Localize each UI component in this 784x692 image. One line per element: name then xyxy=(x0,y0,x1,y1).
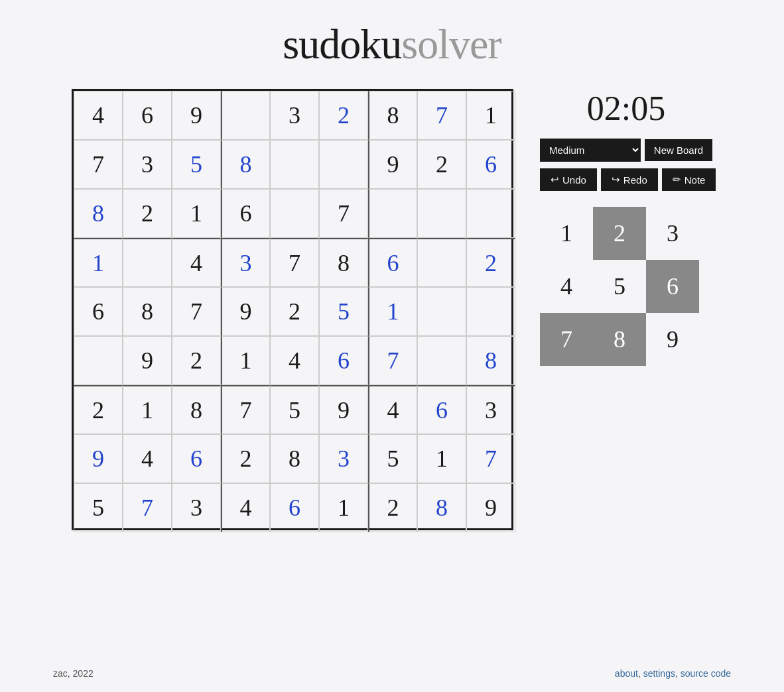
cell-r5-c6[interactable]: 7 xyxy=(368,336,417,385)
cell-r8-c8[interactable]: 9 xyxy=(466,483,515,532)
cell-r0-c3[interactable] xyxy=(221,91,270,140)
numpad-cell-4[interactable]: 4 xyxy=(540,260,593,313)
cell-r3-c5[interactable]: 8 xyxy=(319,238,368,287)
numpad-cell-2[interactable]: 2 xyxy=(593,207,646,260)
numpad-cell-3[interactable]: 3 xyxy=(646,207,699,260)
cell-r8-c4[interactable]: 6 xyxy=(270,483,319,532)
cell-r6-c0[interactable]: 2 xyxy=(74,385,123,434)
cell-r7-c2[interactable]: 6 xyxy=(172,434,221,483)
numpad-cell-9[interactable]: 9 xyxy=(646,313,699,366)
cell-r2-c2[interactable]: 1 xyxy=(172,189,221,238)
cell-r0-c1[interactable]: 6 xyxy=(123,91,172,140)
cell-r8-c7[interactable]: 8 xyxy=(417,483,466,532)
cell-r5-c4[interactable]: 4 xyxy=(270,336,319,385)
cell-r6-c2[interactable]: 8 xyxy=(172,385,221,434)
cell-r1-c2[interactable]: 5 xyxy=(172,140,221,189)
title-sudoku: sudoku xyxy=(283,21,401,68)
cell-r4-c7[interactable] xyxy=(417,287,466,336)
cell-r2-c3[interactable]: 6 xyxy=(221,189,270,238)
cell-r8-c6[interactable]: 2 xyxy=(368,483,417,532)
cell-r0-c8[interactable]: 1 xyxy=(466,91,515,140)
cell-r3-c3[interactable]: 3 xyxy=(221,238,270,287)
cell-r7-c8[interactable]: 7 xyxy=(466,434,515,483)
difficulty-select[interactable]: Easy Medium Hard Expert xyxy=(540,139,641,162)
footer-link-settings[interactable]: settings xyxy=(643,668,675,679)
cell-r8-c2[interactable]: 3 xyxy=(172,483,221,532)
numpad-cell-1[interactable]: 1 xyxy=(540,207,593,260)
cell-r7-c7[interactable]: 1 xyxy=(417,434,466,483)
cell-r3-c8[interactable]: 2 xyxy=(466,238,515,287)
cell-r0-c0[interactable]: 4 xyxy=(74,91,123,140)
redo-button[interactable]: ↪ Redo xyxy=(601,168,658,191)
cell-r0-c5[interactable]: 2 xyxy=(319,91,368,140)
cell-r2-c8[interactable] xyxy=(466,189,515,238)
numpad-cell-7[interactable]: 7 xyxy=(540,313,593,366)
cell-r7-c0[interactable]: 9 xyxy=(74,434,123,483)
cell-r3-c6[interactable]: 6 xyxy=(368,238,417,287)
cell-r6-c6[interactable]: 4 xyxy=(368,385,417,434)
cell-r7-c1[interactable]: 4 xyxy=(123,434,172,483)
cell-r6-c8[interactable]: 3 xyxy=(466,385,515,434)
cell-r2-c4[interactable] xyxy=(270,189,319,238)
cell-r5-c1[interactable]: 9 xyxy=(123,336,172,385)
cell-r6-c7[interactable]: 6 xyxy=(417,385,466,434)
cell-r0-c6[interactable]: 8 xyxy=(368,91,417,140)
cell-r5-c8[interactable]: 8 xyxy=(466,336,515,385)
cell-r7-c4[interactable]: 8 xyxy=(270,434,319,483)
cell-r2-c6[interactable] xyxy=(368,189,417,238)
undo-button[interactable]: ↩ Undo xyxy=(540,168,597,191)
cell-r4-c3[interactable]: 9 xyxy=(221,287,270,336)
cell-r1-c5[interactable] xyxy=(319,140,368,189)
cell-r1-c8[interactable]: 6 xyxy=(466,140,515,189)
cell-r1-c6[interactable]: 9 xyxy=(368,140,417,189)
cell-r6-c5[interactable]: 9 xyxy=(319,385,368,434)
new-board-button[interactable]: New Board xyxy=(645,139,712,161)
cell-r4-c1[interactable]: 8 xyxy=(123,287,172,336)
cell-r2-c5[interactable]: 7 xyxy=(319,189,368,238)
cell-r5-c0[interactable] xyxy=(74,336,123,385)
cell-r0-c7[interactable]: 7 xyxy=(417,91,466,140)
cell-r3-c0[interactable]: 1 xyxy=(74,238,123,287)
cell-r7-c3[interactable]: 2 xyxy=(221,434,270,483)
cell-r3-c7[interactable] xyxy=(417,238,466,287)
cell-r2-c7[interactable] xyxy=(417,189,466,238)
cell-r4-c0[interactable]: 6 xyxy=(74,287,123,336)
cell-r7-c6[interactable]: 5 xyxy=(368,434,417,483)
cell-r2-c0[interactable]: 8 xyxy=(74,189,123,238)
numpad-cell-8[interactable]: 8 xyxy=(593,313,646,366)
cell-r6-c3[interactable]: 7 xyxy=(221,385,270,434)
cell-r8-c0[interactable]: 5 xyxy=(74,483,123,532)
cell-r3-c2[interactable]: 4 xyxy=(172,238,221,287)
cell-r3-c1[interactable] xyxy=(123,238,172,287)
cell-r5-c5[interactable]: 6 xyxy=(319,336,368,385)
cell-r6-c1[interactable]: 1 xyxy=(123,385,172,434)
cell-r1-c1[interactable]: 3 xyxy=(123,140,172,189)
cell-r4-c5[interactable]: 5 xyxy=(319,287,368,336)
cell-r8-c5[interactable]: 1 xyxy=(319,483,368,532)
cell-r5-c3[interactable]: 1 xyxy=(221,336,270,385)
footer-link-source[interactable]: source code xyxy=(681,668,731,679)
cell-r0-c4[interactable]: 3 xyxy=(270,91,319,140)
cell-r5-c2[interactable]: 2 xyxy=(172,336,221,385)
cell-r4-c4[interactable]: 2 xyxy=(270,287,319,336)
cell-r1-c7[interactable]: 2 xyxy=(417,140,466,189)
cell-r4-c2[interactable]: 7 xyxy=(172,287,221,336)
numpad-cell-6[interactable]: 6 xyxy=(646,260,699,313)
cell-r2-c1[interactable]: 2 xyxy=(123,189,172,238)
cell-r1-c0[interactable]: 7 xyxy=(74,140,123,189)
numpad-cell-5[interactable]: 5 xyxy=(593,260,646,313)
note-button[interactable]: ✏ Note xyxy=(662,168,716,191)
cell-r8-c3[interactable]: 4 xyxy=(221,483,270,532)
cell-r7-c5[interactable]: 3 xyxy=(319,434,368,483)
cell-r3-c4[interactable]: 7 xyxy=(270,238,319,287)
cell-r5-c7[interactable] xyxy=(417,336,466,385)
cell-r0-c2[interactable]: 9 xyxy=(172,91,221,140)
footer-links: about, settings, source code xyxy=(615,668,731,679)
cell-r1-c3[interactable]: 8 xyxy=(221,140,270,189)
footer-link-about[interactable]: about xyxy=(615,668,638,679)
cell-r4-c8[interactable] xyxy=(466,287,515,336)
cell-r1-c4[interactable] xyxy=(270,140,319,189)
cell-r6-c4[interactable]: 5 xyxy=(270,385,319,434)
cell-r4-c6[interactable]: 1 xyxy=(368,287,417,336)
cell-r8-c1[interactable]: 7 xyxy=(123,483,172,532)
